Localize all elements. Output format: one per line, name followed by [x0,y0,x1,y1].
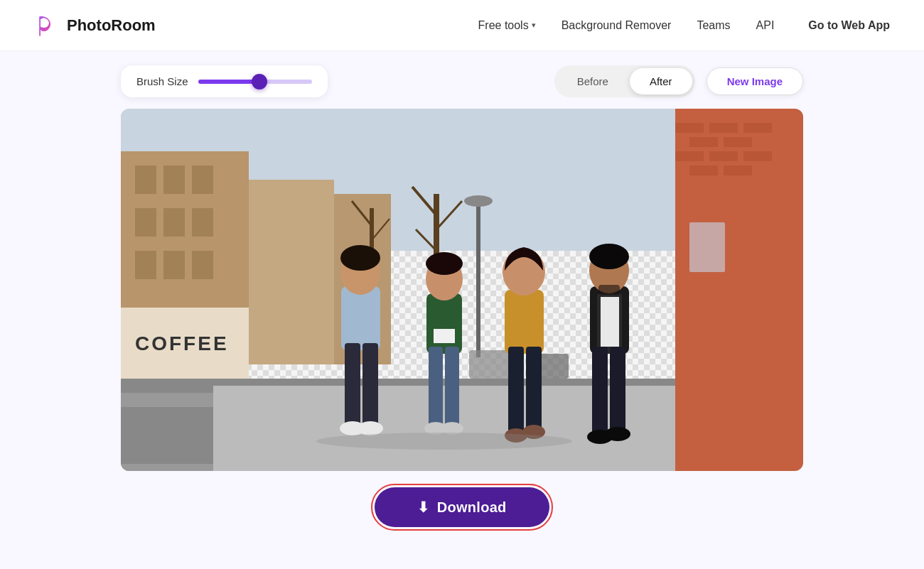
chevron-down-icon: ▾ [532,21,536,30]
svg-rect-19 [743,123,772,133]
brush-size-slider[interactable] [198,80,312,84]
svg-rect-24 [743,151,772,161]
brush-size-container: Brush Size [121,65,328,97]
download-label: Download [437,499,507,516]
svg-rect-66 [601,297,619,347]
svg-rect-9 [163,251,185,279]
svg-rect-50 [426,293,462,354]
svg-rect-21 [724,137,752,147]
svg-rect-73 [598,285,620,295]
svg-rect-16 [675,109,803,471]
svg-rect-18 [709,123,738,133]
before-button[interactable]: Before [557,68,628,94]
svg-rect-4 [192,166,213,194]
logo-area: PhotoRoom [34,13,156,38]
controls-bar: Brush Size Before After New Image [121,65,803,97]
download-area: ⬇ Download [371,484,552,531]
svg-rect-5 [135,208,156,237]
svg-rect-52 [429,347,443,428]
svg-rect-68 [610,347,625,435]
svg-rect-23 [709,151,738,161]
logo-icon [34,13,60,38]
nav-item-teams[interactable]: Teams [697,19,730,32]
street-scene-image: COFFEE [121,109,803,471]
svg-rect-10 [192,251,213,279]
svg-text:COFFEE: COFFEE [135,332,229,354]
svg-point-47 [358,421,383,435]
main-content: Brush Size Before After New Image [0,51,924,569]
nav-link-api: API [756,19,775,31]
download-icon: ⬇ [417,499,429,516]
nav-link-free-tools-label: Free tools [478,19,529,32]
svg-rect-25 [689,166,718,175]
svg-rect-17 [675,123,704,133]
download-button[interactable]: ⬇ Download [375,487,549,527]
svg-rect-26 [724,166,752,175]
svg-point-49 [340,245,380,271]
view-controls: Before After New Image [554,65,803,97]
svg-point-72 [589,244,629,269]
nav-link-bg-remover: Background Remover [562,19,672,31]
svg-rect-27 [689,222,725,272]
nav-item-api[interactable]: API [756,19,775,32]
svg-point-57 [426,252,463,275]
svg-rect-51 [434,329,455,343]
svg-rect-53 [445,347,459,428]
nav-link-teams: Teams [697,19,730,31]
svg-rect-59 [508,347,524,432]
svg-point-70 [605,427,630,441]
svg-rect-44 [345,343,360,428]
nav-item-free-tools[interactable]: Free tools ▾ [478,19,536,32]
nav-item-background-remover[interactable]: Background Remover [562,19,672,32]
svg-rect-2 [135,166,156,194]
go-to-web-app-link[interactable]: Go to Web App [808,19,890,32]
after-button[interactable]: After [630,68,692,94]
nav-links: Free tools ▾ Background Remover Teams AP… [478,19,775,32]
before-after-toggle: Before After [554,65,695,97]
svg-rect-6 [163,208,185,237]
svg-rect-39 [476,201,480,357]
svg-rect-58 [505,290,544,354]
svg-rect-60 [526,347,542,432]
download-button-wrapper: ⬇ Download [371,484,552,531]
brand-name: PhotoRoom [67,16,156,35]
svg-rect-20 [689,137,718,147]
navbar: PhotoRoom Free tools ▾ Background Remove… [0,0,924,51]
svg-point-74 [316,433,572,450]
svg-rect-7 [192,208,213,237]
brush-size-label: Brush Size [136,75,188,87]
image-container: COFFEE [121,109,803,471]
svg-rect-22 [675,151,704,161]
svg-rect-8 [135,251,156,279]
svg-rect-3 [163,166,185,194]
svg-rect-45 [362,343,378,428]
new-image-button[interactable]: New Image [707,67,803,95]
svg-rect-43 [341,286,380,350]
svg-rect-31 [121,407,213,464]
svg-point-40 [464,195,493,207]
svg-rect-14 [249,180,334,364]
svg-rect-67 [592,347,608,435]
